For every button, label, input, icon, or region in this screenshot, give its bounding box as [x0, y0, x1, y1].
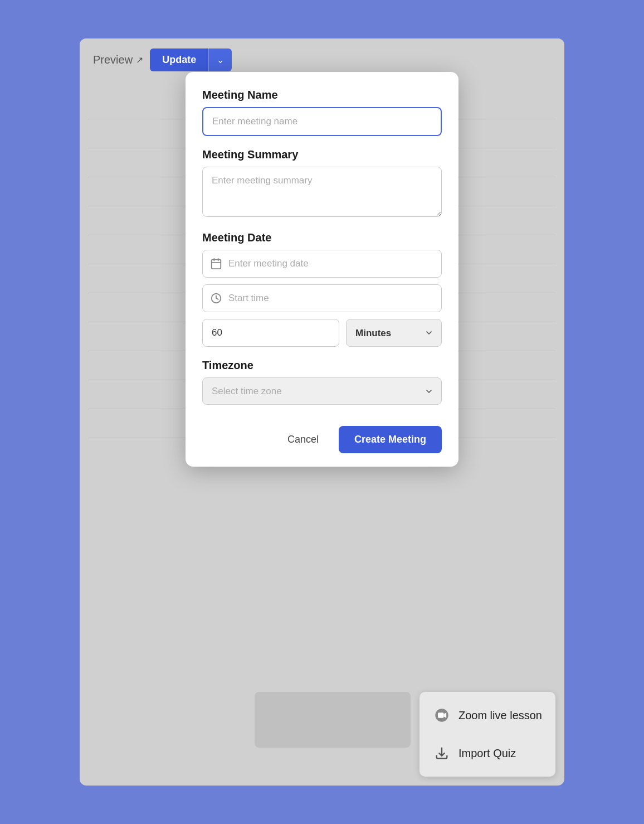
start-time-input[interactable] — [202, 284, 442, 312]
meeting-summary-group: Meeting Summary — [202, 148, 442, 219]
create-meeting-button[interactable]: Create Meeting — [339, 426, 442, 453]
meeting-date-input-wrapper — [202, 250, 442, 278]
meeting-date-label: Meeting Date — [202, 231, 442, 244]
timezone-group: Timezone Select time zone — [202, 359, 442, 405]
timezone-label: Timezone — [202, 359, 442, 372]
duration-input[interactable] — [202, 319, 339, 347]
meeting-summary-textarea[interactable] — [202, 167, 442, 217]
modal-overlay: Meeting Name Meeting Summary Meeting Dat… — [80, 38, 564, 786]
duration-unit-select[interactable]: Minutes Hours — [346, 319, 442, 347]
meeting-date-group: Meeting Date — [202, 231, 442, 347]
calendar-icon — [210, 258, 222, 270]
create-meeting-modal: Meeting Name Meeting Summary Meeting Dat… — [186, 72, 458, 467]
clock-icon — [210, 292, 222, 304]
timezone-select[interactable]: Select time zone — [202, 377, 442, 405]
cancel-button[interactable]: Cancel — [279, 428, 328, 451]
meeting-name-label: Meeting Name — [202, 89, 442, 101]
modal-footer: Cancel Create Meeting — [202, 417, 442, 453]
duration-row: Minutes Hours — [202, 319, 442, 347]
svg-rect-4 — [212, 260, 221, 269]
meeting-summary-label: Meeting Summary — [202, 148, 442, 161]
meeting-name-group: Meeting Name — [202, 89, 442, 136]
meeting-name-input[interactable] — [202, 107, 442, 136]
background-panel: Preview ↗ Update ⌄ — [80, 38, 564, 786]
meeting-date-input[interactable] — [202, 250, 442, 278]
start-time-input-wrapper — [202, 284, 442, 312]
